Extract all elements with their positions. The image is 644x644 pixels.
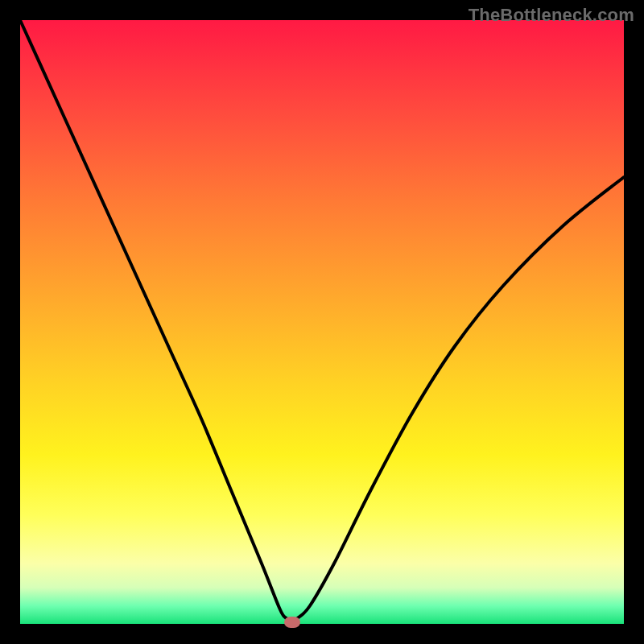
optimal-marker (284, 617, 300, 628)
bottleneck-curve (20, 20, 624, 621)
chart-frame: TheBottleneck.com (0, 0, 644, 644)
plot-area (20, 20, 624, 624)
curve-svg (20, 20, 624, 624)
watermark-text: TheBottleneck.com (469, 5, 634, 26)
